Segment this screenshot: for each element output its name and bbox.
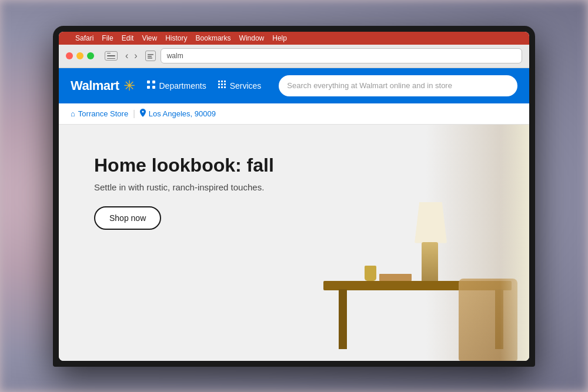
macos-menubar: Safari File Edit View History Bookmarks … (59, 32, 529, 45)
address-text: walm (167, 52, 183, 60)
store-name: Torrance Store (78, 109, 128, 118)
svg-rect-6 (152, 86, 155, 89)
menu-bookmarks[interactable]: Bookmarks (196, 34, 231, 42)
city-name: Los Angeles, 90009 (149, 109, 216, 118)
reader-mode-icon[interactable] (145, 51, 156, 61)
svg-rect-11 (221, 83, 223, 85)
address-bar[interactable]: walm (161, 48, 522, 63)
close-button[interactable] (66, 52, 73, 59)
departments-nav-item[interactable]: Departments (147, 81, 206, 91)
furniture-scene (270, 125, 529, 361)
browser-content: Walmart ✳ Departments (59, 68, 529, 361)
maximize-button[interactable] (87, 52, 94, 59)
monitor-screen: Safari File Edit View History Bookmarks … (59, 32, 529, 361)
book-decoration (379, 274, 412, 281)
location-separator: | (133, 109, 135, 118)
walmart-logo: Walmart ✳ (71, 78, 135, 94)
walmart-nav-links: Departments Services (147, 81, 261, 91)
pin-icon (140, 109, 146, 119)
menu-window[interactable]: Window (239, 34, 265, 42)
store-icon: ⌂ (71, 109, 75, 118)
sidebar-icon (107, 53, 111, 53)
svg-rect-2 (148, 58, 152, 59)
forward-button[interactable]: › (132, 51, 139, 61)
menu-edit[interactable]: Edit (122, 34, 134, 42)
monitor-frame: Safari File Edit View History Bookmarks … (53, 26, 535, 367)
svg-rect-15 (224, 86, 226, 88)
window-light (500, 125, 529, 361)
hero-section: Home lookbook: fall Settle in with rusti… (59, 125, 529, 361)
hero-image (270, 125, 529, 361)
shop-now-button[interactable]: Shop now (94, 206, 161, 230)
lamp-shade (415, 202, 447, 243)
services-nav-item[interactable]: Services (218, 81, 262, 91)
search-bar[interactable]: Search everything at Walmart online and … (279, 75, 517, 96)
walmart-nav: Walmart ✳ Departments (59, 68, 529, 103)
services-label: Services (230, 81, 262, 91)
sidebar-icon (107, 58, 115, 59)
svg-rect-13 (218, 86, 220, 88)
walmart-wordmark: Walmart (71, 78, 119, 93)
menu-help[interactable]: Help (272, 34, 287, 42)
address-bar-container: walm (145, 48, 522, 63)
svg-rect-7 (218, 81, 220, 82)
hero-content: Home lookbook: fall Settle in with rusti… (94, 154, 274, 230)
svg-rect-3 (147, 81, 150, 83)
minimize-button[interactable] (76, 52, 83, 59)
svg-rect-5 (147, 86, 150, 89)
vase-decoration (365, 266, 376, 281)
hero-subtitle: Settle in with rustic, ranch-inspired to… (94, 182, 274, 192)
hero-title: Home lookbook: fall (94, 154, 274, 176)
store-location-item[interactable]: ⌂ Torrance Store (71, 109, 128, 118)
traffic-lights (66, 52, 94, 59)
sidebar-icon (107, 55, 115, 56)
svg-rect-8 (221, 81, 223, 82)
table-leg-left (339, 289, 347, 349)
browser-chrome: ‹ › walm (59, 45, 529, 68)
search-placeholder: Search everything at Walmart online and … (287, 81, 452, 90)
svg-rect-12 (224, 83, 226, 85)
back-button[interactable]: ‹ (123, 51, 130, 61)
svg-rect-14 (221, 86, 223, 88)
services-grid-icon (218, 81, 226, 91)
location-bar: ⌂ Torrance Store | Los Angeles, 90009 (59, 103, 529, 125)
svg-rect-9 (224, 81, 226, 82)
svg-rect-1 (148, 56, 152, 57)
city-location-item[interactable]: Los Angeles, 90009 (140, 109, 216, 119)
menu-history[interactable]: History (165, 34, 187, 42)
menu-file[interactable]: File (102, 34, 113, 42)
departments-label: Departments (159, 81, 206, 91)
svg-rect-10 (218, 83, 220, 85)
nav-buttons: ‹ › (123, 51, 139, 61)
departments-grid-icon (147, 81, 155, 91)
menu-safari[interactable]: Safari (75, 34, 93, 42)
svg-rect-4 (152, 81, 155, 83)
svg-rect-0 (148, 54, 153, 55)
sidebar-toggle-button[interactable] (105, 51, 118, 61)
browser-toolbar: ‹ › walm (59, 45, 529, 68)
walmart-spark-icon: ✳ (123, 78, 135, 94)
menu-view[interactable]: View (142, 34, 157, 42)
